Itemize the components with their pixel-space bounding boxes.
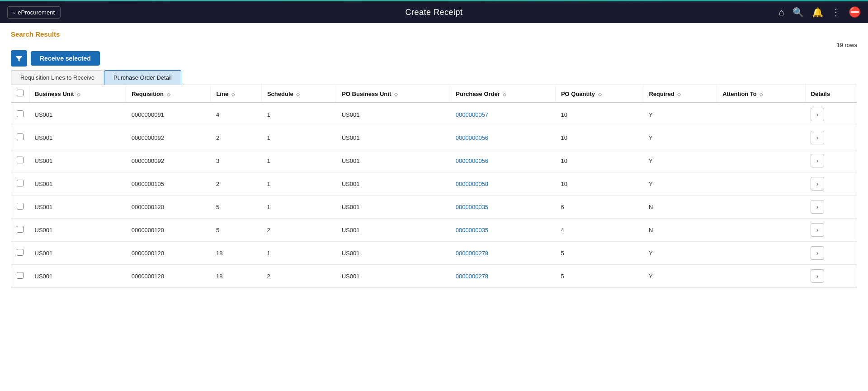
row-checkbox-7[interactable] xyxy=(17,272,24,279)
column-header-po-business-unit: PO Business Unit ◇ xyxy=(336,85,450,103)
cell-purchase-order[interactable]: 0000000278 xyxy=(450,242,556,265)
column-header-po-quantity: PO Quantity ◇ xyxy=(555,85,643,103)
sort-icon-requisition[interactable]: ◇ xyxy=(167,92,170,97)
cell-business-unit: US001 xyxy=(29,103,126,126)
cell-requisition: 0000000092 xyxy=(126,126,211,149)
cell-purchase-order[interactable]: 0000000058 xyxy=(450,172,556,196)
filter-button[interactable] xyxy=(11,50,27,67)
row-checkbox-4[interactable] xyxy=(17,203,24,210)
cell-line: 5 xyxy=(211,219,262,242)
row-checkbox-2[interactable] xyxy=(17,157,24,163)
cell-attention-to xyxy=(717,219,805,242)
sort-icon-purchase-order[interactable]: ◇ xyxy=(503,92,506,97)
row-checkbox-cell xyxy=(11,196,29,219)
table-header-row: Business Unit ◇ Requisition ◇ Line ◇ Sch… xyxy=(11,85,857,103)
row-checkbox-5[interactable] xyxy=(17,226,24,233)
tab-purchase-order-detail[interactable]: Purchase Order Detail xyxy=(104,70,181,85)
bell-icon[interactable]: 🔔 xyxy=(812,7,823,18)
table-row: US001 0000000091 4 1 US001 0000000057 10… xyxy=(11,103,857,126)
search-icon[interactable]: 🔍 xyxy=(793,7,804,18)
cell-po-quantity: 10 xyxy=(555,172,643,196)
details-button-6[interactable]: › xyxy=(811,246,824,260)
cell-line: 3 xyxy=(211,149,262,172)
cell-purchase-order[interactable]: 0000000056 xyxy=(450,149,556,172)
cell-requisition: 0000000120 xyxy=(126,196,211,219)
cell-po-quantity: 5 xyxy=(555,265,643,288)
row-checkbox-1[interactable] xyxy=(17,134,24,140)
cell-requisition: 0000000120 xyxy=(126,265,211,288)
cell-requisition: 0000000091 xyxy=(126,103,211,126)
details-button-3[interactable]: › xyxy=(811,177,824,191)
cell-business-unit: US001 xyxy=(29,219,126,242)
row-checkbox-cell xyxy=(11,219,29,242)
cell-details: › xyxy=(805,265,857,288)
cell-po-business-unit: US001 xyxy=(336,219,450,242)
column-header-required: Required ◇ xyxy=(643,85,717,103)
cell-required: Y xyxy=(643,103,717,126)
cell-attention-to xyxy=(717,265,805,288)
cell-attention-to xyxy=(717,126,805,149)
back-button[interactable]: ‹ eProcurement xyxy=(7,6,61,19)
select-all-header xyxy=(11,85,29,103)
row-checkbox-6[interactable] xyxy=(17,249,24,256)
cell-business-unit: US001 xyxy=(29,172,126,196)
table-row: US001 0000000120 18 2 US001 0000000278 5… xyxy=(11,265,857,288)
cell-details: › xyxy=(805,126,857,149)
details-button-4[interactable]: › xyxy=(811,200,824,214)
cell-requisition: 0000000120 xyxy=(126,219,211,242)
cell-po-quantity: 10 xyxy=(555,103,643,126)
home-icon[interactable]: ⌂ xyxy=(779,7,784,18)
cell-details: › xyxy=(805,196,857,219)
sort-icon-po-quantity[interactable]: ◇ xyxy=(598,92,602,97)
block-icon[interactable]: ⛔ xyxy=(849,6,861,18)
receive-selected-button[interactable]: Receive selected xyxy=(31,51,100,66)
cell-po-business-unit: US001 xyxy=(336,103,450,126)
cell-po-business-unit: US001 xyxy=(336,172,450,196)
cell-purchase-order[interactable]: 0000000035 xyxy=(450,196,556,219)
cell-po-business-unit: US001 xyxy=(336,149,450,172)
cell-purchase-order[interactable]: 0000000278 xyxy=(450,265,556,288)
cell-line: 2 xyxy=(211,172,262,196)
row-checkbox-0[interactable] xyxy=(17,110,24,117)
chevron-left-icon: ‹ xyxy=(13,9,15,16)
table-row: US001 0000000105 2 1 US001 0000000058 10… xyxy=(11,172,857,196)
details-button-0[interactable]: › xyxy=(811,108,824,121)
tab-group: Requisition Lines to Receive Purchase Or… xyxy=(11,70,857,85)
details-button-1[interactable]: › xyxy=(811,131,824,144)
cell-purchase-order[interactable]: 0000000056 xyxy=(450,126,556,149)
row-checkbox-cell xyxy=(11,149,29,172)
cell-required: Y xyxy=(643,172,717,196)
cell-attention-to xyxy=(717,242,805,265)
cell-schedule: 1 xyxy=(261,196,336,219)
cell-purchase-order[interactable]: 0000000035 xyxy=(450,219,556,242)
select-all-checkbox[interactable] xyxy=(17,90,24,96)
cell-schedule: 1 xyxy=(261,242,336,265)
cell-requisition: 0000000092 xyxy=(126,149,211,172)
details-button-2[interactable]: › xyxy=(811,154,824,167)
cell-business-unit: US001 xyxy=(29,149,126,172)
cell-attention-to xyxy=(717,149,805,172)
cell-business-unit: US001 xyxy=(29,126,126,149)
cell-schedule: 1 xyxy=(261,103,336,126)
table-body: US001 0000000091 4 1 US001 0000000057 10… xyxy=(11,103,857,288)
tab-requisition-lines[interactable]: Requisition Lines to Receive xyxy=(11,70,104,85)
cell-schedule: 2 xyxy=(261,265,336,288)
sort-icon-schedule[interactable]: ◇ xyxy=(296,92,300,97)
row-checkbox-3[interactable] xyxy=(17,180,24,186)
cell-required: Y xyxy=(643,242,717,265)
cell-requisition: 0000000120 xyxy=(126,242,211,265)
sort-icon-po-business-unit[interactable]: ◇ xyxy=(394,92,398,97)
more-vertical-icon[interactable]: ⋮ xyxy=(831,7,840,18)
cell-purchase-order[interactable]: 0000000057 xyxy=(450,103,556,126)
sort-icon-line[interactable]: ◇ xyxy=(231,92,235,97)
details-button-7[interactable]: › xyxy=(811,269,824,283)
details-button-5[interactable]: › xyxy=(811,223,824,237)
sort-icon-required[interactable]: ◇ xyxy=(677,92,681,97)
cell-schedule: 1 xyxy=(261,172,336,196)
search-results-title: Search Results xyxy=(11,30,857,38)
sort-icon-attention-to[interactable]: ◇ xyxy=(760,92,763,97)
sort-icon-business-unit[interactable]: ◇ xyxy=(77,92,80,97)
cell-required: Y xyxy=(643,126,717,149)
row-checkbox-cell xyxy=(11,126,29,149)
toolbar: Receive selected xyxy=(11,50,857,67)
